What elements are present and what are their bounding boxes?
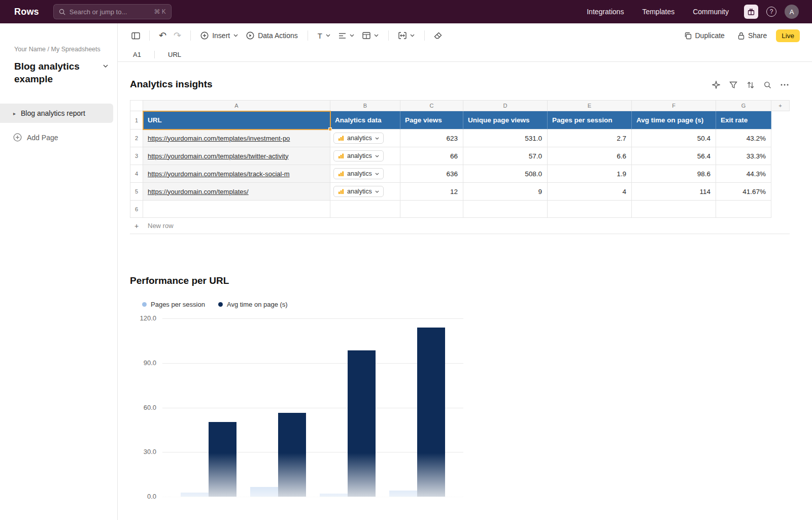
integration-cell[interactable]: analytics [330,147,400,165]
legend-item[interactable]: Avg time on page (s) [218,301,288,308]
value-cell[interactable]: 33.3% [716,147,771,165]
alignment-button[interactable] [334,29,358,42]
value-cell[interactable]: 508.0 [463,165,548,183]
value-cell[interactable]: 57.0 [463,147,548,165]
new-row-button[interactable]: + New row [130,218,790,234]
ai-sparkle-icon[interactable] [712,81,720,89]
analytics-chip[interactable]: analytics [333,150,384,161]
value-cell[interactable]: 6.6 [548,147,632,165]
empty-cell[interactable] [400,201,463,218]
formula-input[interactable]: URL [168,51,812,58]
url-cell[interactable]: https://yourdomain.com/templates/twitter… [143,147,330,165]
column-header-e[interactable]: E [548,100,632,111]
row-number[interactable]: 1 [130,111,143,129]
integration-cell[interactable]: analytics [330,129,400,147]
add-column-button[interactable]: + [771,100,790,111]
cell-reference[interactable]: A1 [133,51,154,58]
data-actions-button[interactable]: Data Actions [242,28,302,43]
integration-cell[interactable]: analytics [330,165,400,183]
live-button[interactable]: Live [776,29,800,42]
empty-cell[interactable] [463,201,548,218]
cell-d1[interactable]: Unique page views [463,111,548,129]
cell-format-button[interactable] [358,29,383,42]
value-cell[interactable]: 44.3% [716,165,771,183]
merge-cells-button[interactable] [394,29,419,42]
share-button[interactable]: Share [734,28,771,43]
nav-templates[interactable]: Templates [642,8,674,16]
cell-g1[interactable]: Exit rate [716,111,771,129]
nav-integrations[interactable]: Integrations [587,8,624,16]
duplicate-button[interactable]: Duplicate [680,28,729,43]
row-number[interactable]: 6 [130,201,143,218]
sheet-title[interactable]: Analytics insights [130,79,213,90]
url-link[interactable]: https://yourdomain.com/templates/twitter… [148,152,288,160]
more-options-icon[interactable] [781,84,789,86]
cell-e1[interactable]: Pages per session [548,111,632,129]
text-format-button[interactable]: T [314,28,334,43]
analytics-chip[interactable]: analytics [333,186,384,197]
column-header-d[interactable]: D [463,100,548,111]
value-cell[interactable]: 531.0 [463,129,548,147]
cell-b1[interactable]: Analytics data [330,111,400,129]
search-input[interactable]: Search or jump to... ⌘ K [53,4,172,19]
empty-cell[interactable] [143,201,330,218]
row-number[interactable]: 3 [130,147,143,165]
value-cell[interactable]: 98.6 [632,165,716,183]
value-cell[interactable]: 4 [548,183,632,201]
disclosure-triangle-icon[interactable]: ▸ [13,111,16,116]
empty-cell[interactable] [330,201,400,218]
value-cell[interactable]: 623 [400,129,463,147]
value-cell[interactable]: 9 [463,183,548,201]
value-cell[interactable]: 66 [400,147,463,165]
clear-format-button[interactable] [430,29,446,42]
column-header-c[interactable]: C [400,100,463,111]
value-cell[interactable]: 636 [400,165,463,183]
cell-c1[interactable]: Page views [400,111,463,129]
empty-cell[interactable] [632,201,716,218]
column-header-f[interactable]: F [632,100,716,111]
insert-button[interactable]: Insert [196,28,242,43]
column-header-g[interactable]: G [716,100,771,111]
row-number[interactable]: 5 [130,183,143,201]
value-cell[interactable]: 43.2% [716,129,771,147]
value-cell[interactable]: 2.7 [548,129,632,147]
integration-cell[interactable]: analytics [330,183,400,201]
empty-cell[interactable] [716,201,771,218]
toggle-sidebar-button[interactable] [128,29,144,43]
workbook-title[interactable]: Blog analytics example [14,60,105,85]
selection-handle[interactable] [328,127,332,131]
value-cell[interactable]: 56.4 [632,147,716,165]
url-cell[interactable]: https://yourdomain.com/templates/ [143,183,330,201]
nav-community[interactable]: Community [693,8,729,16]
chart-title[interactable]: Performance per URL [130,275,229,286]
url-link[interactable]: https://yourdomain.com/templates/ [148,188,249,196]
undo-button[interactable]: ↶ [155,28,170,43]
value-cell[interactable]: 41.67% [716,183,771,201]
legend-item[interactable]: Pages per session [142,301,205,308]
sort-icon[interactable] [747,81,755,89]
search-sheet-icon[interactable] [764,81,771,89]
url-link[interactable]: https://yourdomain.com/templates/track-s… [148,170,290,178]
column-header-b[interactable]: B [330,100,400,111]
add-page-button[interactable]: Add Page [13,133,117,142]
sidebar-item-blog-analytics-report[interactable]: ▸ Blog analytics report [0,104,113,123]
row-number[interactable]: 2 [130,129,143,147]
analytics-chip[interactable]: analytics [333,133,384,144]
column-header-a[interactable]: A [143,100,330,111]
cell-a1-selected[interactable]: URL [143,111,330,129]
row-number[interactable]: 4 [130,165,143,183]
empty-cell[interactable] [548,201,632,218]
value-cell[interactable]: 114 [632,183,716,201]
select-all-corner[interactable] [130,100,143,111]
cell-f1[interactable]: Avg time on page (s) [632,111,716,129]
url-cell[interactable]: https://yourdomain.com/templates/investm… [143,129,330,147]
help-icon[interactable]: ? [766,7,776,17]
avatar[interactable]: A [785,5,799,19]
url-cell[interactable]: https://yourdomain.com/templates/track-s… [143,165,330,183]
url-link[interactable]: https://yourdomain.com/templates/investm… [148,135,290,142]
value-cell[interactable]: 1.9 [548,165,632,183]
breadcrumb[interactable]: Your Name / My Spreadsheets [14,46,117,53]
rows-logo[interactable]: Rows [14,7,39,17]
redo-button[interactable]: ↷ [170,28,185,43]
value-cell[interactable]: 12 [400,183,463,201]
